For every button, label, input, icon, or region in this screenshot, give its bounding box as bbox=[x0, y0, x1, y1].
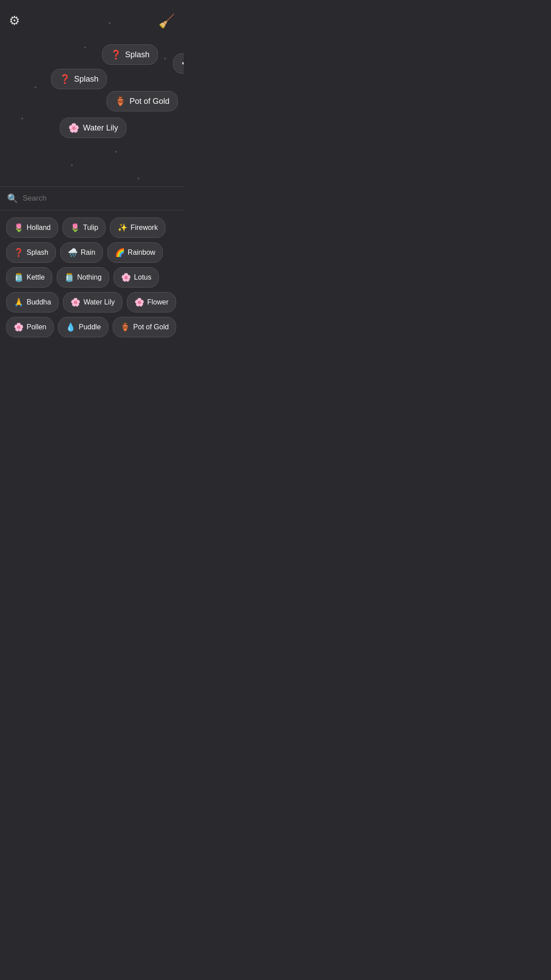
item-tag-i14[interactable]: 💧Puddle bbox=[58, 317, 108, 337]
item-tag-i7[interactable]: 🫙Kettle bbox=[6, 267, 52, 288]
search-input[interactable] bbox=[23, 194, 177, 203]
item-label: Splash bbox=[27, 249, 48, 257]
item-emoji: ✨ bbox=[118, 223, 127, 233]
gear-icon[interactable]: ⚙ bbox=[9, 13, 20, 28]
item-label: Rainbow bbox=[128, 249, 155, 257]
item-emoji: 🌈 bbox=[115, 248, 125, 257]
item-label: Lotus bbox=[134, 273, 151, 281]
item-emoji: 🌸 bbox=[14, 322, 24, 332]
item-label: Kettle bbox=[27, 273, 45, 281]
item-label: Puddle bbox=[79, 323, 101, 331]
item-label: Holland bbox=[27, 224, 51, 232]
item-tag-i1[interactable]: 🌷Holland bbox=[6, 217, 58, 238]
item-emoji: 🏺 bbox=[120, 322, 130, 332]
floating-tag-ft3[interactable]: 🌧️Rain bbox=[173, 53, 184, 74]
search-bar: 🔍 bbox=[0, 187, 184, 210]
floating-tag-label: Splash bbox=[125, 50, 150, 59]
item-label: Nothing bbox=[77, 273, 102, 281]
item-tag-i3[interactable]: ✨Firework bbox=[110, 217, 165, 238]
item-tag-i8[interactable]: 🫙Nothing bbox=[57, 267, 109, 288]
item-emoji: 💧 bbox=[66, 322, 75, 332]
item-label: Firework bbox=[130, 224, 157, 232]
floating-tag-emoji: ❓ bbox=[110, 49, 122, 60]
floating-tag-label: Pot of Gold bbox=[130, 97, 169, 106]
item-tag-i5[interactable]: 🌧️Rain bbox=[60, 242, 103, 263]
item-tag-i13[interactable]: 🌸Pollen bbox=[6, 317, 54, 337]
background-dot bbox=[164, 58, 166, 59]
item-emoji: 🌸 bbox=[71, 297, 80, 307]
item-emoji: 🫙 bbox=[14, 273, 24, 282]
floating-tag-emoji: 🌧️ bbox=[181, 58, 184, 69]
floating-tag-label: Water Lily bbox=[83, 123, 118, 133]
item-tag-i11[interactable]: 🌸Water Lily bbox=[63, 292, 122, 312]
item-label: Tulip bbox=[83, 224, 98, 232]
item-tag-i15[interactable]: 🏺Pot of Gold bbox=[113, 317, 176, 337]
background-dot bbox=[21, 118, 23, 119]
background-dot bbox=[35, 87, 36, 88]
background-dot bbox=[115, 151, 117, 153]
item-emoji: 🫙 bbox=[64, 273, 74, 282]
floating-tag-emoji: 🏺 bbox=[115, 96, 126, 107]
broom-icon[interactable]: 🧹 bbox=[158, 13, 175, 29]
item-emoji: ❓ bbox=[14, 248, 24, 257]
background-dot bbox=[138, 178, 139, 179]
search-icon: 🔍 bbox=[7, 193, 18, 204]
item-tag-i9[interactable]: 🌸Lotus bbox=[114, 267, 159, 288]
item-tag-i10[interactable]: 🙏Buddha bbox=[6, 292, 59, 312]
floating-tag-ft5[interactable]: 🌸Water Lily bbox=[60, 118, 126, 138]
floating-tag-ft2[interactable]: ❓Splash bbox=[102, 44, 158, 65]
item-emoji: 🙏 bbox=[14, 297, 24, 307]
item-emoji: 🌷 bbox=[70, 223, 80, 233]
items-container: 🌷Holland🌷Tulip✨Firework❓Splash🌧️Rain🌈Rai… bbox=[0, 210, 184, 344]
item-emoji: 🌸 bbox=[121, 273, 131, 282]
canvas-area: ⚙ 🧹 ❓Splash❓Splash🌧️Rain🏺Pot of Gold🌸Wat… bbox=[0, 0, 184, 186]
item-label: Pot of Gold bbox=[133, 323, 169, 331]
bottom-area bbox=[0, 344, 184, 380]
floating-tag-ft4[interactable]: 🏺Pot of Gold bbox=[106, 91, 178, 111]
floating-tag-label: Splash bbox=[74, 75, 98, 84]
floating-tag-emoji: 🌸 bbox=[68, 122, 79, 133]
item-tag-i12[interactable]: 🌸Flower bbox=[127, 292, 176, 312]
item-label: Water Lily bbox=[83, 298, 115, 306]
item-tag-i4[interactable]: ❓Splash bbox=[6, 242, 56, 263]
background-dot bbox=[84, 47, 86, 48]
background-dot bbox=[71, 164, 73, 166]
item-label: Pollen bbox=[27, 323, 46, 331]
floating-tag-emoji: ❓ bbox=[59, 74, 71, 84]
floating-tag-ft1[interactable]: ❓Splash bbox=[51, 69, 107, 89]
item-emoji: 🌸 bbox=[134, 297, 144, 307]
item-tag-i2[interactable]: 🌷Tulip bbox=[63, 217, 106, 238]
item-label: Buddha bbox=[27, 298, 51, 306]
item-label: Rain bbox=[81, 249, 95, 257]
item-tag-i6[interactable]: 🌈Rainbow bbox=[107, 242, 163, 263]
item-label: Flower bbox=[147, 298, 169, 306]
item-emoji: 🌧️ bbox=[68, 248, 78, 257]
item-emoji: 🌷 bbox=[14, 223, 24, 233]
background-dot bbox=[109, 22, 110, 24]
